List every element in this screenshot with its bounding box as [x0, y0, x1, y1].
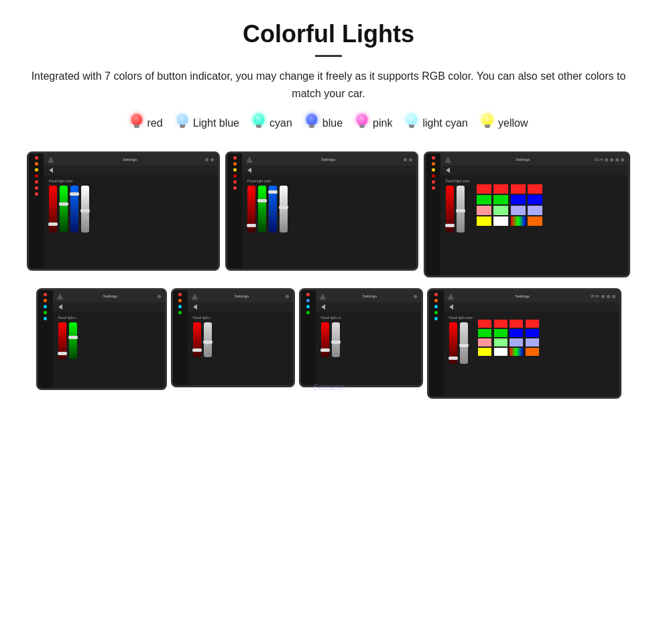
grid-cell-green2-3 — [493, 195, 508, 204]
panel-label-b2: Panel light c — [193, 316, 288, 320]
handle-green-b1 — [68, 336, 78, 339]
grid-b4-b2 — [526, 329, 539, 337]
slider-green-1 — [60, 186, 68, 233]
bulb-icon-red — [129, 114, 144, 133]
sliders-b2 — [193, 322, 288, 357]
grid-cell-lg-3 — [493, 206, 508, 215]
back-row-b4 — [444, 302, 619, 312]
settings-label-3: Settings — [454, 157, 591, 162]
cam-icon-3 — [605, 158, 608, 162]
screen-main-b4: Settings 20:24 — [444, 290, 619, 397]
home-icon-b2 — [192, 293, 198, 300]
slider-red-b4 — [449, 322, 457, 364]
slider-white-1 — [81, 186, 89, 233]
settings-icon-1 — [205, 158, 208, 162]
grid-cell-red-3 — [477, 184, 491, 194]
panel-label-b3: Panel light co — [321, 316, 416, 320]
slider-handle-green-1 — [59, 202, 68, 206]
screen-content-b1: Panel light c — [53, 312, 165, 388]
screen-sidebar-b4 — [429, 290, 444, 397]
device-screen-b4: Settings 20:24 — [427, 288, 621, 399]
slider-handle-white-1 — [80, 209, 90, 212]
screen-main-3: Settings 20:24 — [440, 153, 628, 275]
grid-cell-white-3 — [493, 216, 508, 226]
color-item-blue: blue — [304, 114, 343, 133]
slider-handle-red-1 — [48, 222, 58, 226]
color-grid-3 — [477, 184, 544, 226]
grid-b4-o — [526, 348, 539, 356]
settings-label-2: Settings — [255, 157, 401, 162]
color-grid-b4 — [478, 320, 540, 356]
back-arrow-b3 — [321, 304, 325, 310]
topbar-right-b4: 20:24 — [591, 294, 615, 298]
back-row-b2 — [188, 302, 293, 312]
grid-b4-r3 — [510, 320, 523, 328]
slider-handle-gray-3 — [456, 209, 465, 212]
grid-b4-lb2 — [526, 338, 539, 346]
color-item-pink: pink — [355, 114, 392, 133]
header-section: Colorful Lights Integrated with 7 colors… — [27, 20, 630, 102]
topbar-icons-3: 20:24 — [594, 157, 624, 162]
settings-label-1: Settings — [57, 157, 202, 162]
icon3-b4 — [612, 295, 615, 298]
back-row-b1 — [53, 302, 165, 312]
screen-content-1: Panel light color — [44, 175, 218, 269]
grid-cell-rainbow-3 — [511, 216, 526, 226]
bulb-icon-cyan — [251, 114, 266, 133]
slider-red-1 — [49, 186, 57, 233]
screens-top-row: Settings Panel light color — [27, 151, 630, 277]
color-item-lightblue: Light blue — [175, 114, 239, 133]
grid-cell-yellow-3 — [477, 216, 491, 226]
slider-green-b1 — [69, 322, 77, 359]
settings-label-b2: Settings — [201, 294, 283, 298]
topbar-icons-2 — [404, 158, 412, 162]
screen-main-1: Settings Panel light color — [44, 153, 218, 269]
screen-sidebar-b1 — [38, 290, 53, 388]
grid-b4-p1 — [478, 338, 491, 346]
grid-cell-pink1-3 — [477, 206, 491, 215]
sliders-2 — [247, 186, 411, 233]
screen-topbar-b1: Settings — [53, 290, 165, 302]
grid-b4-y — [478, 348, 491, 356]
topbar-icons-1 — [205, 158, 214, 162]
screen-sidebar-1 — [29, 153, 44, 269]
slider-blue-2 — [269, 186, 277, 233]
screen-topbar-3: Settings 20:24 — [440, 153, 628, 166]
page-wrapper: Colorful Lights Integrated with 7 colors… — [0, 0, 657, 419]
slider-handle-red-2 — [247, 224, 256, 227]
handle-red-b1 — [58, 352, 67, 355]
icon-b3 — [414, 295, 417, 298]
icon-b2 — [286, 295, 289, 298]
handle-gray-b3 — [331, 340, 341, 344]
grid-cell-red3-3 — [511, 184, 526, 194]
color-item-red: red — [129, 114, 163, 133]
color-label-yellow: yellow — [498, 117, 528, 129]
icon1-b4 — [601, 295, 605, 298]
grid-cell-green1-3 — [477, 195, 491, 204]
screen-content-3: Panel light color — [440, 175, 628, 275]
grid-cell-orange-3 — [528, 216, 542, 226]
color-label-lightcyan: light cyan — [422, 117, 468, 129]
grid-cell-lb-3 — [511, 206, 526, 215]
color-label-lightblue: Light blue — [193, 117, 239, 129]
slider-handle-red-3 — [445, 224, 455, 227]
back-arrow-b4 — [449, 304, 453, 310]
grid-b4-r1 — [478, 320, 491, 328]
grid-cell-lb2-3 — [528, 206, 542, 215]
device-screen-3: Settings 20:24 — [424, 151, 630, 277]
slider-gray-b4 — [460, 322, 468, 364]
back-row-b3 — [316, 302, 421, 312]
color-label-pink: pink — [373, 117, 392, 129]
home-icon-3 — [444, 156, 451, 163]
home-icon-b4 — [448, 293, 455, 300]
grid-b4-r4 — [526, 320, 539, 328]
screen-main-2: Settings Panel light color — [242, 153, 416, 269]
grid-b4-w — [494, 348, 507, 356]
panel-label-2: Panel light color — [247, 179, 411, 183]
color-indicators-row: red Light blue cyan blue — [27, 114, 630, 133]
sliders-b3 — [321, 322, 416, 357]
color-label-cyan: cyan — [270, 117, 292, 129]
vol-icon-3 — [610, 158, 613, 162]
device-screen-1: Settings Panel light color — [27, 151, 220, 271]
grid-b4-lg — [494, 338, 507, 346]
